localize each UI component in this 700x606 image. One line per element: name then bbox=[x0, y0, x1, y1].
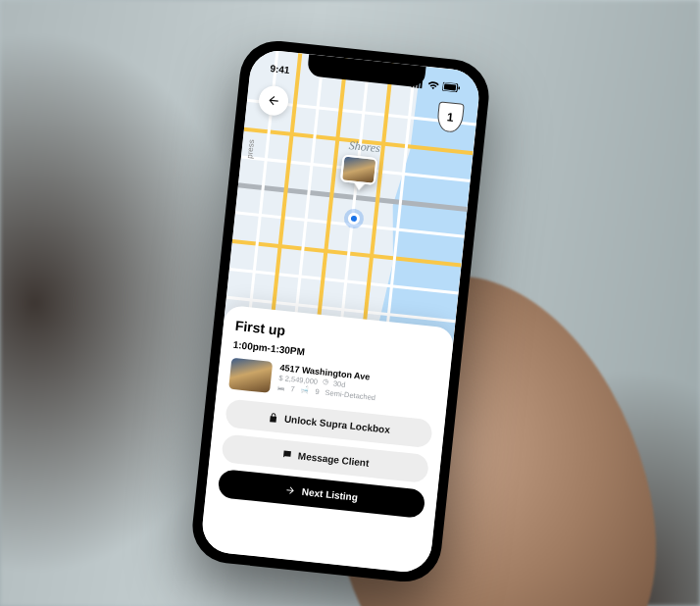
marker-pointer bbox=[353, 182, 366, 191]
bed-icon: 🛏 bbox=[277, 383, 285, 391]
arrow-left-icon bbox=[266, 93, 280, 108]
message-label: Message Client bbox=[297, 450, 370, 469]
status-time: 9:41 bbox=[270, 63, 290, 76]
arrow-right-icon bbox=[284, 484, 296, 496]
unlock-label: Unlock Supra Lockbox bbox=[284, 413, 391, 434]
listing-days: 30d bbox=[332, 379, 345, 388]
svg-rect-2 bbox=[458, 86, 460, 89]
bottom-sheet: First up 1:00pm-1:30PM 4517 Washington A… bbox=[200, 304, 455, 575]
listing-info: 4517 Washington Ave $ 2,549,000 ◷ 30d 🛏 … bbox=[277, 363, 437, 411]
map-area-label: Shores bbox=[348, 138, 381, 156]
map-listing-marker[interactable] bbox=[339, 154, 382, 197]
route-number: 1 bbox=[446, 110, 454, 125]
listing-beds: 7 bbox=[290, 384, 295, 393]
bath-icon: 🛁 bbox=[300, 385, 310, 394]
listing-baths: 9 bbox=[315, 386, 320, 395]
svg-rect-1 bbox=[444, 83, 457, 90]
lock-icon bbox=[268, 412, 279, 424]
clock-icon: ◷ bbox=[323, 379, 329, 387]
phone-screen: 9:41 bbox=[200, 48, 482, 575]
marker-thumbnail bbox=[340, 154, 378, 185]
listing-thumbnail bbox=[228, 357, 273, 392]
chat-icon bbox=[281, 448, 293, 460]
next-label: Next Listing bbox=[301, 486, 358, 503]
wifi-icon bbox=[426, 79, 440, 89]
battery-icon bbox=[442, 81, 461, 92]
